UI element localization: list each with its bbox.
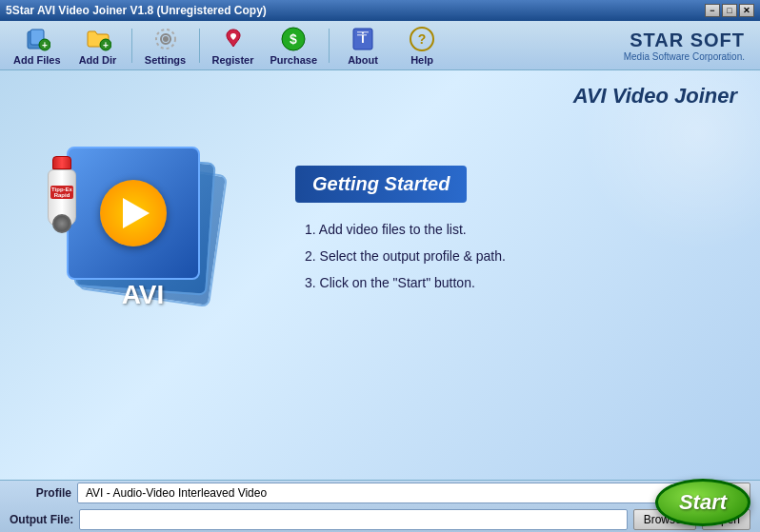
tippex-label: Tipp-Ex Rapid	[50, 186, 73, 199]
play-circle	[100, 180, 167, 246]
about-button[interactable]: i About	[335, 25, 390, 67]
help-button[interactable]: ? Help	[394, 25, 450, 67]
svg-point-8	[163, 36, 169, 42]
about-icon: i	[350, 26, 376, 52]
getting-started-section: Getting Started 1. Add video files to th…	[295, 166, 741, 302]
toolbar: + Add Files + Add Dir Settings	[0, 21, 760, 70]
settings-icon	[152, 26, 179, 52]
svg-text:+: +	[103, 40, 109, 50]
avi-card-front	[67, 147, 200, 280]
window-controls: − □ ✕	[705, 4, 754, 17]
close-button[interactable]: ✕	[739, 4, 754, 17]
bottom-bar: Profile AVI - Audio-Video Interleaved Vi…	[0, 480, 760, 532]
svg-text:$: $	[290, 31, 297, 47]
maximize-button[interactable]: □	[722, 4, 737, 17]
start-label: Start	[679, 490, 727, 515]
register-icon	[220, 26, 247, 52]
tippex-body: Tipp-Ex Rapid	[48, 169, 76, 227]
tippex-sub: Rapid	[51, 192, 72, 198]
svg-rect-14	[357, 34, 367, 36]
tippex-bottle: Tipp-Ex Rapid	[38, 156, 86, 232]
about-label: About	[348, 54, 378, 66]
brand-subtitle: Media Software Corporation.	[624, 51, 745, 62]
minimize-button[interactable]: −	[705, 4, 720, 17]
steps-list: 1. Add video files to the list. 2. Selec…	[295, 222, 741, 290]
profile-select[interactable]: AVI - Audio-Video Interleaved Video	[77, 483, 689, 503]
register-label: Register	[212, 54, 254, 66]
add-dir-icon: +	[85, 26, 111, 52]
purchase-label: Purchase	[270, 54, 318, 66]
help-icon: ?	[409, 26, 435, 52]
brand: STAR SOFT Media Software Corporation.	[624, 30, 752, 62]
add-dir-label: Add Dir	[79, 54, 117, 66]
purchase-icon: $	[280, 26, 307, 52]
step-1: 1. Add video files to the list.	[305, 222, 741, 237]
getting-started-title: Getting Started	[295, 166, 467, 203]
title-bar: 5Star AVI Video Joiner V1.8 (Unregistere…	[0, 0, 760, 21]
bottom-fields: Profile AVI - Audio-Video Interleaved Vi…	[10, 483, 750, 530]
add-files-button[interactable]: + Add Files	[8, 25, 67, 67]
settings-button[interactable]: Settings	[138, 25, 193, 67]
output-file-input[interactable]	[79, 509, 627, 530]
add-files-icon: +	[24, 26, 50, 52]
svg-text:+: +	[42, 40, 48, 50]
start-button[interactable]: Start	[655, 479, 750, 526]
logo-area: Tipp-Ex Rapid AVI	[48, 128, 238, 337]
app-title: AVI Video Joiner	[573, 84, 737, 108]
settings-label: Settings	[145, 54, 186, 66]
output-file-label: Output File:	[10, 513, 73, 526]
toolbar-separator-3	[329, 29, 330, 63]
play-triangle	[123, 198, 150, 228]
tippex-wheel	[52, 214, 71, 233]
toolbar-separator-2	[199, 29, 200, 63]
add-dir-button[interactable]: + Add Dir	[70, 25, 126, 67]
purchase-button[interactable]: $ Purchase	[265, 25, 324, 67]
avi-label: AVI	[67, 280, 219, 310]
svg-text:?: ?	[418, 31, 427, 47]
register-button[interactable]: Register	[206, 25, 261, 67]
main-area: AVI Video Joiner Tipp-Ex Rapid AVI	[0, 70, 760, 480]
output-file-row: Output File: Browser Open	[10, 509, 750, 530]
brand-name: STAR SOFT	[624, 30, 745, 51]
step-3: 3. Click on the "Start" button.	[305, 275, 741, 290]
window-title: 5Star AVI Video Joiner V1.8 (Unregistere…	[6, 4, 267, 17]
profile-label: Profile	[10, 486, 71, 500]
tippex-cap	[52, 156, 71, 169]
profile-row: Profile AVI - Audio-Video Interleaved Vi…	[10, 483, 750, 503]
add-files-label: Add Files	[13, 54, 61, 66]
svg-rect-13	[357, 31, 369, 33]
step-2: 2. Select the output profile & path.	[305, 248, 741, 264]
avi-card-stack: AVI	[67, 147, 219, 318]
help-label: Help	[410, 54, 433, 66]
toolbar-separator-1	[131, 29, 132, 63]
